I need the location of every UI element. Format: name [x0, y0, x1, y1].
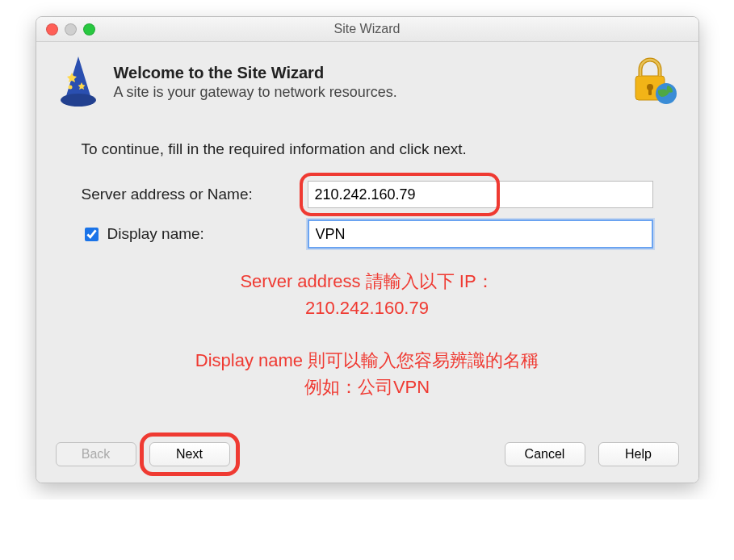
window-title: Site Wizard [36, 22, 698, 36]
minimize-icon [65, 23, 77, 36]
annotation-text: Server address 請輸入以下 IP： 210.242.160.79 … [82, 268, 653, 400]
cancel-button[interactable]: Cancel [505, 442, 585, 466]
wizard-hat-icon [56, 53, 101, 111]
server-address-row: Server address or Name: [82, 181, 653, 208]
close-icon[interactable] [46, 23, 58, 36]
next-button[interactable]: Next [149, 442, 230, 466]
display-name-input[interactable] [308, 219, 653, 249]
display-name-row: Display name: [82, 219, 653, 249]
instruction-text: To continue, fill in the required inform… [82, 140, 653, 158]
lock-globe-icon [627, 55, 679, 107]
site-wizard-window: Site Wizard Welcome to the Site Wizard A… [36, 16, 699, 483]
display-name-checkbox[interactable] [85, 228, 99, 241]
wizard-header: Welcome to the Site Wizard A site is you… [36, 42, 698, 126]
server-address-label: Server address or Name: [82, 186, 308, 203]
header-subtitle: A site is your gateway to network resour… [114, 84, 397, 101]
svg-point-1 [68, 86, 72, 90]
titlebar: Site Wizard [36, 17, 698, 42]
wizard-body: To continue, fill in the required inform… [36, 126, 698, 434]
svg-rect-4 [648, 89, 652, 95]
annotation-line-1: Server address 請輸入以下 IP： [82, 268, 653, 295]
back-button: Back [56, 442, 136, 466]
server-address-input[interactable] [308, 181, 653, 208]
maximize-icon[interactable] [83, 23, 95, 36]
annotation-line-2: 210.242.160.79 [82, 295, 653, 321]
svg-point-0 [61, 94, 96, 107]
annotation-line-4: 例如：公司VPN [82, 374, 653, 400]
annotation-line-3: Display name 則可以輸入您容易辨識的名稱 [82, 347, 653, 374]
content-area: Welcome to the Site Wizard A site is you… [36, 42, 698, 483]
button-footer: Back Next Cancel Help [36, 434, 698, 483]
display-name-label: Display name: [107, 225, 204, 243]
header-text: Welcome to the Site Wizard A site is you… [114, 64, 397, 101]
window-controls [36, 23, 95, 36]
help-button[interactable]: Help [598, 442, 679, 466]
header-title: Welcome to the Site Wizard [114, 64, 397, 82]
